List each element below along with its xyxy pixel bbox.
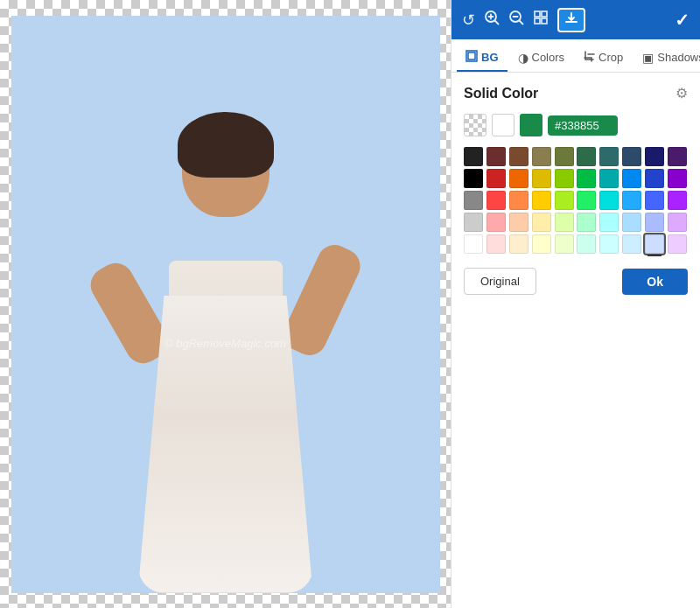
color-cell[interactable] [532, 147, 551, 166]
fit-icon[interactable] [533, 10, 549, 30]
color-cell[interactable] [599, 191, 619, 210]
shadows-tab-icon: ▣ [642, 51, 654, 65]
tab-bg[interactable]: BG [457, 45, 508, 72]
tab-shadows-label: Shadows [657, 51, 700, 64]
color-cell[interactable] [577, 191, 596, 210]
color-cell[interactable] [599, 147, 619, 166]
color-cell[interactable] [509, 169, 528, 188]
color-cell[interactable] [486, 191, 506, 210]
color-cell[interactable] [622, 147, 641, 166]
color-cell[interactable] [532, 169, 551, 188]
svg-rect-12 [468, 52, 475, 59]
color-cell[interactable] [555, 169, 574, 188]
white-swatch[interactable] [492, 114, 514, 136]
color-cell[interactable] [486, 213, 506, 232]
color-cell[interactable] [668, 191, 687, 210]
toolbar-left: ↺ [462, 8, 585, 32]
ok-button[interactable]: Ok [622, 269, 688, 295]
color-cell[interactable] [486, 169, 506, 188]
color-cell[interactable] [599, 234, 619, 254]
tab-colors[interactable]: ◑ Colors [509, 45, 574, 72]
color-cell[interactable] [668, 213, 687, 232]
gear-icon[interactable]: ⚙ [676, 85, 688, 101]
arm-right [277, 239, 365, 360]
color-picker-row [464, 114, 688, 136]
color-cell[interactable] [577, 169, 596, 188]
color-cell[interactable] [645, 234, 664, 254]
color-cell[interactable] [486, 147, 506, 166]
svg-line-5 [520, 21, 523, 24]
color-cell[interactable] [509, 147, 528, 166]
solid-color-section: Solid Color ⚙ Original Ok [452, 73, 700, 608]
color-cell[interactable] [577, 213, 596, 232]
canvas-area: © bgRemoveMagic.com [0, 0, 451, 608]
color-cell[interactable] [668, 234, 687, 254]
color-cell[interactable] [599, 213, 619, 232]
color-cell[interactable] [668, 147, 687, 166]
color-grid [464, 147, 688, 254]
color-cell[interactable] [645, 147, 664, 166]
color-cell[interactable] [622, 234, 641, 254]
svg-rect-10 [542, 18, 547, 24]
download-button[interactable] [557, 8, 585, 32]
color-cell[interactable] [555, 191, 574, 210]
zoom-in-icon[interactable] [484, 10, 500, 30]
color-cell[interactable] [645, 213, 664, 232]
tab-crop-label: Crop [598, 51, 623, 64]
color-cell[interactable] [486, 234, 506, 254]
color-cell[interactable] [464, 234, 483, 254]
color-cell[interactable] [464, 169, 483, 188]
color-cell[interactable] [577, 234, 596, 254]
green-swatch[interactable] [520, 114, 542, 136]
bg-tab-icon [466, 50, 478, 65]
original-button[interactable]: Original [464, 268, 536, 295]
solid-color-title: Solid Color [464, 86, 538, 101]
right-panel: ↺ [451, 0, 700, 608]
color-cell[interactable] [464, 147, 483, 166]
tab-shadows[interactable]: ▣ Shadows [634, 45, 700, 72]
color-cell[interactable] [599, 169, 619, 188]
color-cell[interactable] [555, 234, 574, 254]
color-cell[interactable] [532, 213, 551, 232]
color-cell[interactable] [532, 191, 551, 210]
confirm-button[interactable]: ✓ [675, 10, 690, 31]
transparent-swatch[interactable] [464, 114, 486, 136]
color-cell[interactable] [622, 191, 641, 210]
color-cell[interactable] [577, 147, 596, 166]
action-buttons: Original Ok [464, 268, 688, 295]
color-cell[interactable] [532, 234, 551, 254]
color-cell[interactable] [464, 213, 483, 232]
color-cell[interactable] [509, 213, 528, 232]
svg-rect-7 [535, 11, 540, 17]
svg-line-1 [495, 21, 499, 24]
color-cell[interactable] [555, 213, 574, 232]
tab-crop[interactable]: Crop [575, 45, 632, 72]
watermark: © bgRemoveMagic.com [164, 337, 286, 350]
solid-color-header: Solid Color ⚙ [464, 85, 688, 101]
tab-bg-label: BG [481, 51, 499, 64]
colors-tab-icon: ◑ [518, 51, 528, 65]
color-cell[interactable] [622, 169, 641, 188]
color-cell[interactable] [509, 234, 528, 254]
color-cell[interactable] [645, 191, 664, 210]
color-cell[interactable] [509, 191, 528, 210]
color-cell[interactable] [645, 169, 664, 188]
color-cell[interactable] [622, 213, 641, 232]
svg-rect-8 [542, 11, 547, 17]
hex-input[interactable] [548, 115, 618, 136]
color-cell[interactable] [464, 191, 483, 210]
image-container: © bgRemoveMagic.com [11, 16, 440, 593]
tabs: BG ◑ Colors Crop ▣ Shadows [452, 39, 700, 73]
color-cell[interactable] [668, 169, 687, 188]
crop-tab-icon [584, 51, 595, 65]
toolbar: ↺ [452, 0, 700, 39]
svg-rect-9 [535, 18, 540, 24]
zoom-out-icon[interactable] [508, 10, 524, 30]
hair [178, 112, 274, 178]
undo-icon[interactable]: ↺ [462, 10, 475, 30]
color-cell[interactable] [555, 147, 574, 166]
tab-colors-label: Colors [532, 51, 565, 64]
